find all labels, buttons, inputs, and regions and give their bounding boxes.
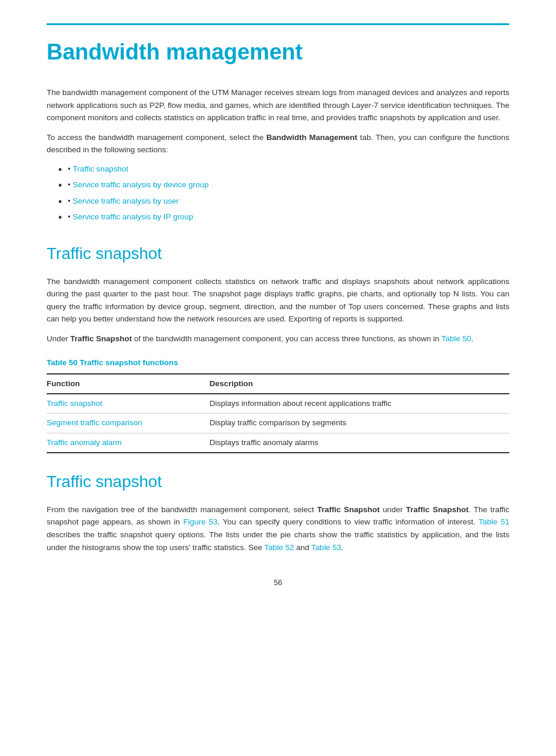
bold-traffic-snapshot-nav2: Traffic Snapshot	[406, 505, 469, 514]
link-traffic-snapshot[interactable]: Traffic snapshot	[73, 163, 128, 175]
table-cell-function-1[interactable]: Segment traffic comparison	[47, 414, 210, 433]
link-table53[interactable]: Table 53	[311, 543, 341, 552]
link-user[interactable]: Service traffic analysis by user	[73, 195, 179, 207]
list-item-user: • Service traffic analysis by user	[58, 195, 509, 209]
page: Bandwidth management The bandwidth manag…	[0, 0, 556, 756]
link-table52[interactable]: Table 52	[265, 543, 294, 552]
link-ip-group[interactable]: Service traffic analysis by IP group	[73, 211, 193, 223]
section2-body: From the navigation tree of the bandwidt…	[47, 503, 509, 554]
table-cell-function-2[interactable]: Traffic anomaly alarm	[47, 433, 210, 453]
section2-para1: From the navigation tree of the bandwidt…	[47, 503, 509, 554]
list-item-device-group: • Service traffic analysis by device gro…	[58, 179, 509, 192]
intro-paragraph1: The bandwidth management component of th…	[47, 86, 509, 124]
table-cell-desc-2: Displays traffic anomaly alarms	[210, 433, 509, 453]
table-header-row: Function Description	[47, 374, 509, 394]
table-cell-desc-0: Displays information about recent applic…	[210, 394, 509, 414]
section2-mid: under	[379, 505, 406, 514]
intro-paragraph2: To access the bandwidth management compo…	[47, 131, 509, 156]
bold-traffic-snapshot-ref: Traffic Snapshot	[71, 334, 132, 343]
list-item-traffic-snapshot: • Traffic snapshot	[58, 163, 509, 177]
section1-para2-end: .	[471, 334, 473, 343]
table-row: Traffic anomaly alarm Displays traffic a…	[47, 433, 509, 453]
table-cell-function-0[interactable]: Traffic snapshot	[47, 394, 210, 414]
bullet-dot: •	[68, 163, 72, 175]
bullet-dot: •	[68, 195, 72, 207]
link-device-group[interactable]: Service traffic analysis by device group	[73, 179, 209, 191]
header-rule	[47, 23, 509, 25]
bullet-dot: •	[68, 211, 72, 223]
link-table51[interactable]: Table 51	[478, 517, 509, 526]
section1-body: The bandwidth management component colle…	[47, 275, 509, 345]
traffic-snapshot-table: Function Description Traffic snapshot Di…	[47, 373, 509, 453]
table-cell-desc-1: Display traffic comparison by segments	[210, 414, 509, 433]
section2-cont: . You can specify query conditions to vi…	[217, 517, 478, 526]
table-caption: Table 50 Traffic snapshot functions	[47, 357, 509, 369]
bold-bandwidth-management: Bandwidth Management	[266, 133, 357, 142]
table-row: Segment traffic comparison Display traff…	[47, 414, 509, 433]
table-section: Table 50 Traffic snapshot functions Func…	[47, 357, 509, 453]
bold-traffic-snapshot-nav: Traffic Snapshot	[317, 505, 379, 514]
col-header-function: Function	[47, 374, 210, 394]
section2-end: .	[341, 543, 343, 552]
section1-title: Traffic snapshot	[47, 242, 509, 266]
section1-para2: Under Traffic Snapshot of the bandwidth …	[47, 332, 509, 345]
list-item-ip-group: • Service traffic analysis by IP group	[58, 211, 509, 225]
section2-title: Traffic snapshot	[47, 470, 509, 494]
link-figure53[interactable]: Figure 53	[183, 517, 217, 526]
bullet-dot: •	[68, 179, 72, 191]
section1-para1: The bandwidth management component colle…	[47, 275, 509, 326]
table-row: Traffic snapshot Displays information ab…	[47, 394, 509, 414]
page-number: 56	[47, 577, 509, 589]
section2-and: and	[294, 543, 312, 552]
page-title: Bandwidth management	[47, 36, 509, 69]
col-header-description: Description	[210, 374, 509, 394]
link-table50[interactable]: Table 50	[441, 334, 471, 343]
section1-para2-suffix: of the bandwidth management component, y…	[132, 334, 441, 343]
feature-list: • Traffic snapshot • Service traffic ana…	[58, 163, 509, 225]
